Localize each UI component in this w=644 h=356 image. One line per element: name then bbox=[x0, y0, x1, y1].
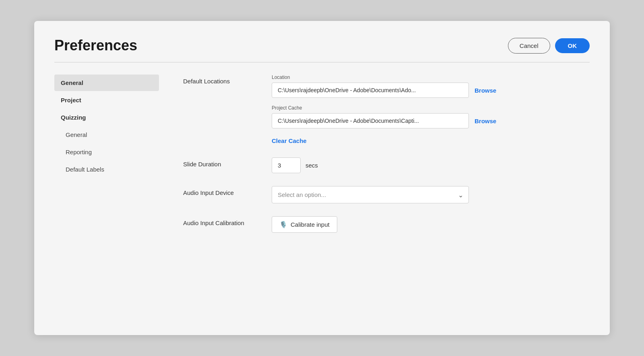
header-divider bbox=[54, 62, 590, 62]
slide-duration-input[interactable] bbox=[272, 157, 301, 173]
secs-label: secs bbox=[305, 162, 318, 169]
section-audio-input-device: Audio Input Device Select an option... ⌄ bbox=[183, 186, 590, 203]
sidebar-item-general[interactable]: General bbox=[54, 75, 159, 91]
dialog-header: Preferences Cancel OK bbox=[54, 37, 590, 54]
default-locations-content: Location Browse Project Cache Browse Cle… bbox=[272, 75, 590, 145]
audio-input-device-label: Audio Input Device bbox=[183, 186, 272, 196]
sidebar-item-quizzing[interactable]: Quizzing bbox=[54, 109, 159, 126]
dialog-body: General Project Quizzing General Reporti… bbox=[54, 75, 590, 246]
clear-cache-button[interactable]: Clear Cache bbox=[272, 137, 307, 144]
sidebar-item-reporting[interactable]: Reporting bbox=[54, 144, 159, 160]
audio-device-select-wrapper: Select an option... ⌄ bbox=[272, 186, 469, 203]
section-default-locations: Default Locations Location Browse Projec… bbox=[183, 75, 590, 145]
location-input[interactable] bbox=[272, 83, 469, 98]
audio-calibration-content: 🎙️ Calibrate input bbox=[272, 216, 590, 233]
location-input-row: Browse bbox=[272, 83, 590, 98]
dialog-title: Preferences bbox=[54, 37, 137, 54]
slide-duration-content: secs bbox=[272, 157, 590, 173]
ok-button[interactable]: OK bbox=[555, 38, 590, 53]
audio-calibration-label: Audio Input Calibration bbox=[183, 216, 272, 226]
header-buttons: Cancel OK bbox=[508, 38, 590, 54]
calibrate-input-button[interactable]: 🎙️ Calibrate input bbox=[272, 216, 337, 233]
content-area: Default Locations Location Browse Projec… bbox=[167, 75, 590, 246]
project-cache-browse-button[interactable]: Browse bbox=[475, 118, 496, 124]
audio-input-device-content: Select an option... ⌄ bbox=[272, 186, 590, 203]
calibrate-button-label: Calibrate input bbox=[291, 221, 330, 228]
sidebar-item-default-labels[interactable]: Default Labels bbox=[54, 161, 159, 178]
cancel-button[interactable]: Cancel bbox=[508, 38, 550, 54]
preferences-dialog: Preferences Cancel OK General Project Qu… bbox=[34, 21, 610, 335]
section-slide-duration: Slide Duration secs bbox=[183, 157, 590, 173]
sidebar: General Project Quizzing General Reporti… bbox=[54, 75, 167, 246]
audio-device-select[interactable]: Select an option... bbox=[272, 186, 469, 203]
default-locations-label: Default Locations bbox=[183, 75, 272, 85]
section-audio-calibration: Audio Input Calibration 🎙️ Calibrate inp… bbox=[183, 216, 590, 233]
sidebar-item-quizzing-general[interactable]: General bbox=[54, 126, 159, 143]
slide-duration-row: secs bbox=[272, 157, 590, 173]
project-cache-field-label: Project Cache bbox=[272, 105, 590, 111]
project-cache-input[interactable] bbox=[272, 113, 469, 128]
sidebar-item-project[interactable]: Project bbox=[54, 92, 159, 108]
location-browse-button[interactable]: Browse bbox=[475, 87, 496, 94]
slide-duration-label: Slide Duration bbox=[183, 157, 272, 168]
microphone-icon: 🎙️ bbox=[279, 221, 287, 228]
project-cache-input-row: Browse bbox=[272, 113, 590, 128]
location-field-label: Location bbox=[272, 75, 590, 80]
